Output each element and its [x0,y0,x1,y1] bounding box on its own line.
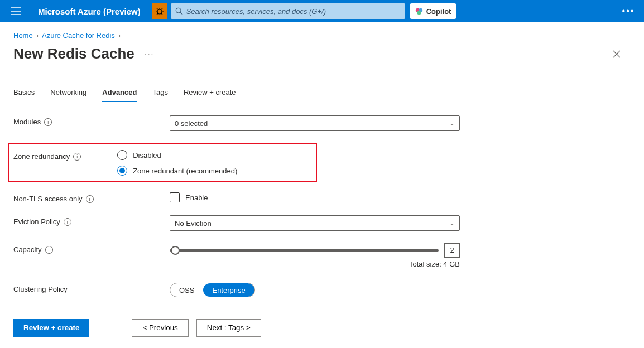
copilot-label: Copilot [426,7,451,16]
info-icon[interactable]: i [73,153,81,161]
copilot-icon [415,7,423,15]
tab-review[interactable]: Review + create [184,88,236,102]
title-more-icon[interactable]: ··· [145,50,155,59]
previous-button[interactable]: < Previous [132,319,188,337]
non-tls-checkbox[interactable]: Enable [170,192,460,202]
label-zone-redundancy-text: Zone redundancy [13,152,70,161]
label-non-tls-text: Non-TLS access only [13,195,83,203]
info-icon[interactable]: i [44,118,52,126]
row-capacity: Capacity i 2 Total size: 4 GB [13,243,631,268]
chevron-down-icon: ⌄ [449,119,455,127]
clustering-segmented: OSS Enterprise [170,283,255,297]
copilot-button[interactable]: Copilot [410,3,457,19]
chevron-right-icon: › [36,31,39,40]
zone-redundancy-highlight: Zone redundancy i Disabled Zone redundan… [8,143,317,182]
info-icon[interactable]: i [86,195,94,203]
row-clustering: Clustering Policy OSS Enterprise [13,283,631,297]
label-modules-text: Modules [13,118,41,126]
label-non-tls: Non-TLS access only i [13,192,170,203]
label-clustering-text: Clustering Policy [13,285,68,293]
eviction-value: No Eviction [175,219,212,228]
label-eviction-text: Eviction Policy [13,218,60,226]
page-title: New Redis Cache [13,45,134,62]
footer: Review + create < Previous Next : Tags > [0,307,644,348]
brand-label[interactable]: Microsoft Azure (Preview) [38,7,141,16]
slider-track[interactable] [170,249,439,252]
radio-disabled-label: Disabled [133,151,161,160]
zone-redundancy-radio-group: Disabled Zone redundant (recommended) [117,150,316,176]
search-icon [175,7,183,15]
modules-value: 0 selected [175,119,208,128]
slider-thumb[interactable] [171,246,180,255]
breadcrumb: Home › Azure Cache for Redis › [0,22,644,42]
radio-icon [117,150,127,160]
row-modules: Modules i 0 selected ⌄ [13,115,631,131]
label-eviction: Eviction Policy i [13,215,170,226]
label-capacity-text: Capacity [13,245,42,254]
title-row: New Redis Cache ··· [0,42,644,68]
form-content: Basics Networking Advanced Tags Review +… [0,88,644,307]
info-icon[interactable]: i [64,218,71,226]
chevron-right-icon: › [118,31,121,40]
label-zone-redundancy: Zone redundancy i [13,150,117,161]
bug-icon[interactable] [152,3,167,19]
scroll-area[interactable]: Basics Networking Advanced Tags Review +… [0,74,644,307]
radio-disabled[interactable]: Disabled [117,150,316,160]
eviction-dropdown[interactable]: No Eviction ⌄ [170,215,460,231]
radio-redundant-label: Zone redundant (recommended) [133,167,237,175]
capacity-value[interactable]: 2 [444,243,460,258]
close-icon[interactable] [612,49,622,59]
row-zone-redundancy: Zone redundancy i Disabled Zone redundan… [13,150,316,176]
chevron-down-icon: ⌄ [449,219,455,227]
label-capacity: Capacity i [13,243,170,254]
breadcrumb-parent[interactable]: Azure Cache for Redis [42,31,115,40]
row-non-tls: Non-TLS access only i Enable [13,192,631,203]
seg-oss[interactable]: OSS [170,283,203,297]
next-button[interactable]: Next : Tags > [196,319,261,337]
tab-networking[interactable]: Networking [50,88,86,102]
non-tls-option-label: Enable [185,194,208,202]
label-modules: Modules i [13,115,170,126]
review-create-button[interactable]: Review + create [13,319,89,337]
more-icon[interactable]: ••• [617,6,640,16]
capacity-slider[interactable]: 2 [170,243,460,258]
tab-advanced[interactable]: Advanced [102,88,137,102]
svg-point-0 [157,9,162,14]
info-icon[interactable]: i [45,246,53,254]
tabs: Basics Networking Advanced Tags Review +… [13,88,631,102]
search-input[interactable]: Search resources, services, and docs (G+… [171,3,405,19]
breadcrumb-home[interactable]: Home [13,31,33,40]
checkbox-icon [170,192,180,202]
label-clustering: Clustering Policy [13,283,170,293]
svg-point-4 [417,11,421,14]
capacity-total-label: Total size: 4 GB [170,260,460,268]
svg-point-1 [176,8,181,13]
top-bar: Microsoft Azure (Preview) Search resourc… [0,0,644,22]
hamburger-menu-icon[interactable] [4,7,27,15]
tab-tags[interactable]: Tags [152,88,167,102]
seg-enterprise[interactable]: Enterprise [203,283,254,297]
modules-dropdown[interactable]: 0 selected ⌄ [170,115,460,131]
tab-basics[interactable]: Basics [13,88,35,102]
radio-zone-redundant[interactable]: Zone redundant (recommended) [117,166,316,176]
search-placeholder: Search resources, services, and docs (G+… [186,7,326,16]
row-eviction: Eviction Policy i No Eviction ⌄ [13,215,631,231]
radio-icon [117,166,127,176]
